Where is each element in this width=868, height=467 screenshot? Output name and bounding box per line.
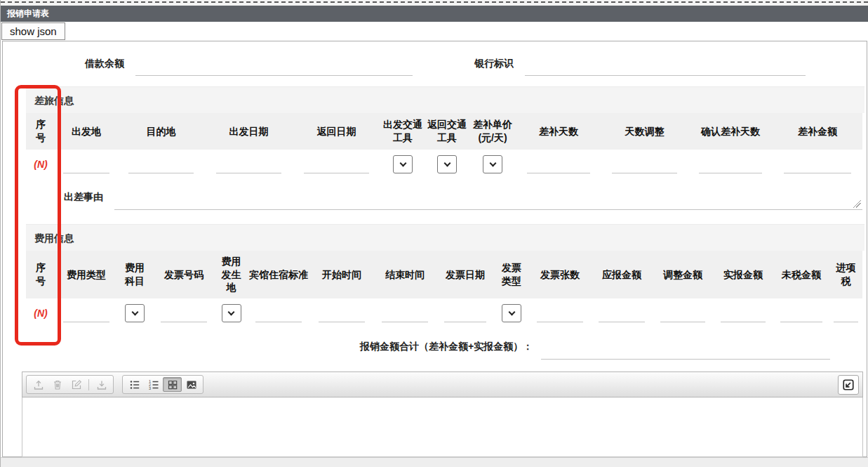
reimbursement-form-window: 报销申请表 show json 借款余额 银行标识 差旅信息 序号出发地目的地出… [0, 0, 868, 467]
expense-cell-input-14[interactable] [780, 314, 822, 322]
expense-cell-input-3[interactable] [161, 314, 208, 322]
expense-cell-input-5[interactable] [255, 314, 302, 322]
file-button-group [26, 375, 114, 394]
travel-cell-input-10[interactable] [699, 165, 762, 173]
expense-cell-input-12[interactable] [660, 314, 705, 322]
trip-reason-label: 出差事由 [64, 191, 103, 204]
bullet-list-button[interactable] [125, 377, 144, 392]
total-amount-input[interactable] [541, 346, 830, 360]
bank-id-input[interactable] [525, 62, 806, 76]
travel-cell-input-9[interactable] [612, 165, 677, 173]
column-header-expense-6: 开始时间 [310, 251, 373, 298]
image-button[interactable] [182, 377, 201, 392]
column-header-travel-9: 天数调整 [601, 113, 688, 150]
window-titlebar: 报销申请表 [1, 6, 868, 22]
row-index-placeholder: (N) [34, 159, 47, 170]
image-icon [186, 379, 197, 390]
form-panel: 借款余额 银行标识 差旅信息 序号出发地目的地出发日期返回日期出发交通工具返回交… [2, 41, 867, 457]
column-header-expense-13: 实报金额 [713, 251, 773, 298]
expense-section-title: 费用信息 [34, 232, 74, 244]
travel-cell-input-2[interactable] [128, 165, 194, 173]
column-header-expense-0: 序号 [26, 251, 55, 298]
expense-cell-select-2[interactable] [125, 304, 145, 322]
travel-table: 序号出发地目的地出发日期返回日期出发交通工具返回交通工具差补单价(元/天)差补天… [26, 113, 862, 179]
column-header-expense-15: 进项税 [829, 251, 862, 298]
column-header-travel-3: 出发日期 [205, 113, 293, 150]
expense-cell-select-9[interactable] [502, 304, 521, 322]
total-amount-label: 报销金额合计（差补金额+实报金额）： [360, 341, 533, 353]
travel-section-header: 差旅信息 [26, 86, 864, 113]
expense-cell-select-4[interactable] [222, 304, 241, 322]
svg-text:3: 3 [149, 386, 151, 390]
travel-cell-select-7[interactable] [483, 155, 502, 173]
column-header-expense-10: 发票张数 [529, 251, 591, 298]
travel-cell-input-4[interactable] [304, 165, 369, 173]
column-header-travel-7: 差补单价(元/天) [469, 113, 516, 150]
column-header-travel-6: 返回交通工具 [425, 113, 469, 150]
total-row: 报销金额合计（差补金额+实报金额）： [26, 328, 864, 366]
bullet-list-icon [129, 379, 140, 390]
column-header-travel-10: 确认差补天数 [688, 113, 773, 150]
numbered-list-icon: 123 [148, 379, 159, 390]
loan-balance-input[interactable] [135, 62, 413, 76]
travel-cell-input-8[interactable] [527, 165, 590, 173]
expense-template-row: (N) [26, 298, 862, 328]
travel-cell-select-5[interactable] [393, 155, 413, 173]
chevron-down-icon [228, 308, 235, 315]
expense-cell-input-15[interactable] [834, 314, 857, 322]
section-gap [26, 216, 864, 224]
travel-cell-input-11[interactable] [784, 165, 851, 173]
column-header-expense-3: 发票号码 [152, 251, 215, 298]
bottom-strip [1, 457, 868, 467]
upload-button [29, 377, 48, 392]
show-json-button[interactable]: show json [1, 22, 65, 40]
chevron-down-icon [489, 159, 496, 166]
download-icon [96, 379, 107, 390]
column-header-expense-14: 未税金额 [773, 251, 829, 298]
row-index-placeholder: (N) [34, 308, 47, 319]
expense-cell-input-1[interactable] [63, 314, 109, 322]
numbered-list-button[interactable]: 123 [144, 377, 163, 392]
expense-cell-input-7[interactable] [382, 314, 429, 322]
column-header-travel-2: 目的地 [117, 113, 205, 150]
expense-cell-input-8[interactable] [444, 314, 487, 322]
column-header-travel-11: 差补金额 [773, 113, 862, 150]
travel-section-title: 差旅信息 [34, 95, 74, 106]
download-button [92, 377, 111, 392]
trash-icon [52, 379, 63, 390]
chevron-down-icon [443, 159, 450, 166]
column-header-expense-9: 发票类型 [494, 251, 529, 298]
travel-cell-input-3[interactable] [216, 165, 281, 173]
loan-balance-label: 借款余额 [85, 58, 124, 70]
trash-button [48, 377, 67, 392]
expense-cell-input-6[interactable] [319, 314, 366, 322]
column-header-travel-4: 返回日期 [293, 113, 380, 150]
showjson-row: show json [1, 22, 868, 41]
column-header-travel-5: 出发交通工具 [380, 113, 425, 150]
grid-view-button[interactable] [163, 377, 182, 392]
column-header-travel-1: 出发地 [55, 113, 117, 150]
top-fields-row: 借款余额 银行标识 [26, 41, 864, 86]
trip-reason-row: 出差事由 [26, 179, 864, 216]
column-header-expense-7: 结束时间 [373, 251, 436, 298]
column-header-expense-4: 费用发生地 [215, 251, 247, 298]
chevron-down-icon [508, 308, 515, 315]
column-header-expense-2: 费用科目 [117, 251, 152, 298]
edit-icon [71, 379, 82, 390]
textarea-resize-handle[interactable] [853, 200, 861, 208]
expense-section-header: 费用信息 [26, 224, 864, 251]
expense-cell-input-13[interactable] [721, 314, 766, 322]
travel-cell-select-6[interactable] [437, 155, 457, 173]
import-icon [842, 379, 855, 391]
travel-cell-input-1[interactable] [63, 165, 109, 173]
column-header-expense-1: 费用类型 [55, 251, 117, 298]
expense-cell-input-10[interactable] [537, 314, 582, 322]
column-header-expense-5: 宾馆住宿标准 [247, 251, 310, 298]
expense-cell-input-11[interactable] [599, 314, 644, 322]
import-button[interactable] [838, 375, 859, 395]
column-header-expense-11: 应报金额 [591, 251, 653, 298]
attachment-list-empty[interactable] [22, 397, 863, 457]
chevron-down-icon [131, 308, 138, 315]
trip-reason-textarea[interactable] [114, 196, 862, 210]
chevron-down-icon [399, 159, 406, 166]
